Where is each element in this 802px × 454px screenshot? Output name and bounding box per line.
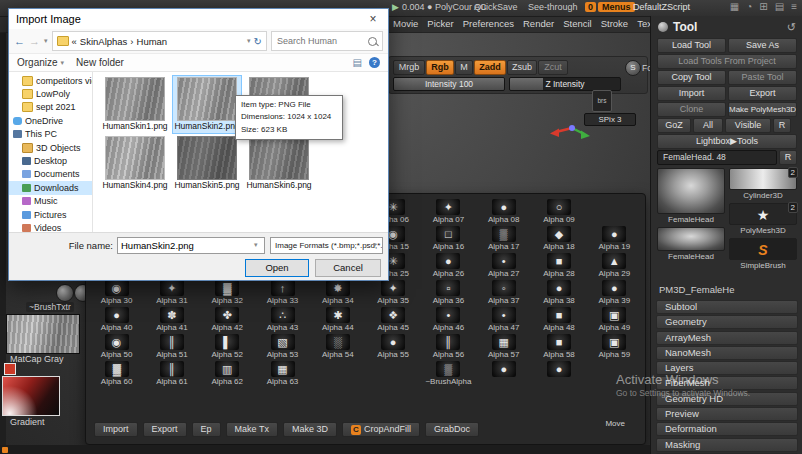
alpha-item[interactable]: ● <box>531 361 586 388</box>
subpalette-preview[interactable]: Preview <box>656 407 798 421</box>
quicksave-button[interactable]: QuickSave <box>474 2 518 12</box>
alpha-item[interactable]: ▲Alpha 29 <box>587 253 642 280</box>
sidebar-item-music[interactable]: Music <box>9 195 92 208</box>
alpha-item[interactable]: ║Alpha 56 <box>421 334 476 361</box>
alpha-item[interactable]: ▒~BrushAlpha <box>421 361 476 388</box>
cancel-button[interactable]: Cancel <box>315 259 381 277</box>
toolbar-icon[interactable]: ≡ <box>791 1 797 12</box>
open-button[interactable]: Open <box>245 259 309 277</box>
help-icon[interactable]: ? <box>369 57 380 68</box>
alpha-item[interactable]: •Alpha 47 <box>476 307 531 334</box>
alpha-item[interactable]: ○Alpha 09 <box>531 199 586 226</box>
z-intensity-slider[interactable]: Z Intensity <box>509 77 621 91</box>
alpha-item[interactable]: ✤Alpha 42 <box>200 307 255 334</box>
alpha-item[interactable]: ∴Alpha 43 <box>255 307 310 334</box>
toolbar-icon[interactable]: ▤ <box>775 1 784 12</box>
mrgb-button[interactable]: Mrgb <box>393 60 425 75</box>
brush-texture-label[interactable]: ~BrushTxtr <box>26 302 74 312</box>
dialog-title-bar[interactable]: Import Image × <box>9 9 388 29</box>
paste-tool-button[interactable]: Paste Tool <box>728 70 797 85</box>
goz-button[interactable]: GoZ <box>657 118 691 133</box>
alpha-item[interactable]: ●Alpha 08 <box>476 199 531 226</box>
alpha-action-cropandfill[interactable]: CCropAndFill <box>342 422 420 437</box>
search-icon[interactable] <box>368 37 377 46</box>
search-input[interactable] <box>275 35 368 47</box>
toolbar-icon[interactable]: ⊞ <box>759 1 767 12</box>
transform-gizmo[interactable] <box>548 116 594 144</box>
tool-thumbnail-cell[interactable]: SSimpleBrush <box>729 238 797 270</box>
alpha-item[interactable]: •Alpha 27 <box>476 253 531 280</box>
sidebar-item-downloads[interactable]: Downloads <box>9 181 92 194</box>
rgb-intensity-slider[interactable]: Intensity 100 <box>393 77 505 91</box>
alpha-item[interactable]: ▣Alpha 49 <box>587 307 642 334</box>
alpha-item[interactable]: ▓Alpha 60 <box>89 361 144 388</box>
color-picker-gradient[interactable] <box>2 376 60 416</box>
save-as-button[interactable]: Save As <box>728 38 797 53</box>
clone-button[interactable]: Clone <box>657 102 726 117</box>
close-icon[interactable]: × <box>358 12 388 26</box>
alpha-item[interactable]: ▓Alpha 32 <box>200 280 255 307</box>
history-chevron-icon[interactable]: ▾ <box>44 37 48 45</box>
chevron-down-icon[interactable]: ▾ <box>373 241 377 249</box>
alpha-item[interactable]: ▥Alpha 62 <box>200 361 255 388</box>
alpha-item[interactable]: ✸Alpha 34 <box>310 280 365 307</box>
alpha-item[interactable]: ◉Alpha 30 <box>89 280 144 307</box>
subpalette-geometry[interactable]: Geometry <box>656 315 798 329</box>
file-item[interactable]: HumanSkin5.png <box>173 135 241 192</box>
alpha-item[interactable]: ✱Alpha 44 <box>310 307 365 334</box>
alpha-item[interactable]: ●Alpha 40 <box>89 307 144 334</box>
stroke-thumbnail[interactable] <box>56 284 74 302</box>
menu-preferences[interactable]: Preferences <box>463 18 514 29</box>
defaultzscript-button[interactable]: DefaultZScript <box>633 2 690 12</box>
lightbox-tools-button[interactable]: Lightbox▶Tools <box>657 134 797 149</box>
subpalette-deformation[interactable]: Deformation <box>656 422 798 436</box>
alpha-item[interactable]: ◆Alpha 18 <box>531 226 586 253</box>
refresh-icon[interactable]: ↻ <box>254 36 262 47</box>
zcut-button[interactable]: Zcut <box>538 60 568 75</box>
alpha-item[interactable]: ■Alpha 48 <box>531 307 586 334</box>
subpalette-arraymesh[interactable]: ArrayMesh <box>656 331 798 345</box>
alpha-item[interactable]: ● <box>476 361 531 388</box>
menu-stroke[interactable]: Stroke <box>601 18 628 29</box>
sidebar-item-this-pc[interactable]: This PC <box>9 128 92 141</box>
alpha-item[interactable]: ▌Alpha 52 <box>200 334 255 361</box>
menu-picker[interactable]: Picker <box>427 18 453 29</box>
alpha-item[interactable]: •Alpha 46 <box>421 307 476 334</box>
forward-icon[interactable]: → <box>29 35 40 47</box>
alpha-item[interactable]: ●Alpha 26 <box>421 253 476 280</box>
back-icon[interactable]: ← <box>14 35 25 47</box>
tool-thumbnail-cell[interactable]: ★2PolyMesh3D <box>729 203 797 235</box>
sidebar-item-sept-2021[interactable]: sept 2021 <box>9 101 92 114</box>
current-color-swatch[interactable] <box>4 363 16 375</box>
copy-tool-button[interactable]: Copy Tool <box>657 70 726 85</box>
alpha-item[interactable]: ●Alpha 55 <box>365 334 420 361</box>
alpha-item[interactable]: ✦Alpha 31 <box>144 280 199 307</box>
active-tool-slider[interactable]: FemaleHead. 48 <box>657 150 777 165</box>
file-item[interactable]: HumanSkin4.png <box>101 135 169 192</box>
chevron-down-icon[interactable]: ▾ <box>247 37 251 45</box>
alpha-item[interactable]: ▦Alpha 57 <box>476 334 531 361</box>
menu-render[interactable]: Render <box>523 18 554 29</box>
sidebar-item-lowpoly[interactable]: LowPoly <box>9 87 92 100</box>
sidebar-item-documents[interactable]: Documents <box>9 168 92 181</box>
stroke-badge[interactable]: S <box>625 60 641 76</box>
alpha-item[interactable]: □Alpha 16 <box>421 226 476 253</box>
alpha-item[interactable]: ▣Alpha 59 <box>587 334 642 361</box>
zsub-button[interactable]: Zsub <box>507 60 537 75</box>
organize-button[interactable]: Organize ▾ <box>17 57 64 68</box>
alpha-action-export[interactable]: Export <box>143 422 187 437</box>
alpha-item[interactable]: ║Alpha 51 <box>144 334 199 361</box>
rgb-button[interactable]: Rgb <box>426 60 454 75</box>
zadd-button[interactable]: Zadd <box>474 60 506 75</box>
file-item[interactable]: HumanSkin1.png <box>101 76 169 133</box>
new-folder-button[interactable]: New folder <box>76 57 124 68</box>
import-tool-button[interactable]: Import <box>657 86 726 101</box>
alpha-item[interactable]: ■Alpha 28 <box>531 253 586 280</box>
menu-stencil[interactable]: Stencil <box>563 18 592 29</box>
sidebar-item-onedrive[interactable]: OneDrive <box>9 114 92 127</box>
subpalette-masking[interactable]: Masking <box>656 438 798 452</box>
view-options-icon[interactable]: ▤ <box>353 57 362 68</box>
chevron-down-icon[interactable]: ▾ <box>254 241 258 249</box>
export-tool-button[interactable]: Export <box>728 86 797 101</box>
alpha-action-ep[interactable]: Ep <box>192 422 221 437</box>
